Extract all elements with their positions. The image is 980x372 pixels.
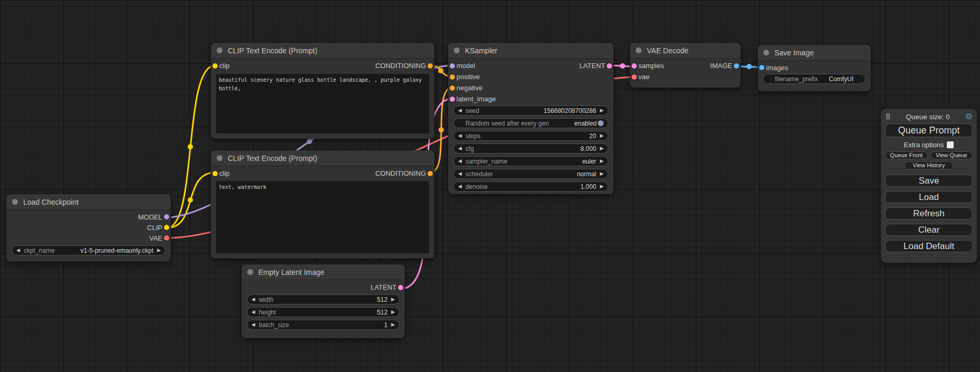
input-slot-positive[interactable] <box>450 74 455 80</box>
node-title: KSampler <box>465 46 497 55</box>
node-header[interactable]: VAE Decode <box>630 43 741 59</box>
view-history-button[interactable]: View History <box>905 161 953 169</box>
input-slot-images[interactable] <box>759 65 764 70</box>
clear-button[interactable]: Clear <box>885 224 973 236</box>
node-header[interactable]: CLIP Text Encode (Prompt) <box>211 150 434 166</box>
filename-prefix-widget[interactable]: filename_prefix ComfyUI <box>763 74 866 84</box>
node-header[interactable]: Save Image <box>758 45 871 61</box>
widget-label: filename_prefix <box>775 75 818 83</box>
node-ksampler[interactable]: KSampler model LATENT positive negative … <box>448 43 614 194</box>
widget-value: ComfyUI <box>829 75 853 83</box>
node-header[interactable]: Empty Latent Image <box>241 264 405 280</box>
input-slot-clip[interactable] <box>212 63 218 69</box>
output-slot-conditioning[interactable] <box>428 63 433 69</box>
output-slot-vae[interactable] <box>164 235 169 241</box>
input-slot-negative[interactable] <box>450 85 455 91</box>
decrement-arrow-icon[interactable]: ◀ <box>458 146 462 151</box>
widget-value: v1-5-pruned-emaonly.ckpt <box>81 247 154 254</box>
toggle-dot-icon[interactable] <box>598 120 604 126</box>
collapse-dot-icon[interactable] <box>454 47 460 53</box>
decrement-arrow-icon[interactable]: ◀ <box>458 184 462 189</box>
steps-widget[interactable]: ◀ steps 20 ▶ <box>453 131 608 141</box>
output-slot-latent[interactable] <box>607 63 612 69</box>
increment-arrow-icon[interactable]: ▶ <box>600 159 604 164</box>
decrement-arrow-icon[interactable]: ◀ <box>16 248 20 253</box>
node-vae-decode[interactable]: VAE Decode samples IMAGE vae <box>630 43 741 88</box>
increment-arrow-icon[interactable]: ▶ <box>391 297 395 302</box>
input-slot-latent-image[interactable] <box>450 97 455 102</box>
output-slot-clip[interactable] <box>164 225 169 230</box>
input-slot-vae[interactable] <box>632 74 637 80</box>
collapse-dot-icon[interactable] <box>763 50 769 55</box>
node-header[interactable]: CLIP Text Encode (Prompt) <box>211 43 434 59</box>
increment-arrow-icon[interactable]: ▶ <box>157 248 161 253</box>
queue-prompt-button[interactable]: Queue Prompt <box>885 123 973 137</box>
input-slot-clip[interactable] <box>212 171 218 176</box>
decrement-arrow-icon[interactable]: ◀ <box>458 171 462 176</box>
decrement-arrow-icon[interactable]: ◀ <box>251 310 255 314</box>
widget-value: 512 <box>377 296 387 303</box>
save-button[interactable]: Save <box>885 175 973 187</box>
increment-arrow-icon[interactable]: ▶ <box>600 184 604 189</box>
random-seed-toggle-widget[interactable]: Random seed after every gen enabled <box>453 118 608 128</box>
collapse-dot-icon[interactable] <box>217 47 222 53</box>
decrement-arrow-icon[interactable]: ◀ <box>251 297 255 302</box>
extra-options-label: Extra options <box>904 141 944 149</box>
input-slot-model[interactable] <box>450 63 455 69</box>
node-graph-canvas[interactable]: Load Checkpoint MODEL CLIP VAE ◀ ckpt_na… <box>0 0 980 372</box>
node-save-image[interactable]: Save Image images filename_prefix ComfyU… <box>758 45 871 91</box>
increment-arrow-icon[interactable]: ▶ <box>600 171 604 176</box>
output-slot-latent[interactable] <box>398 285 403 290</box>
link-dot-conditioning-positive <box>438 68 443 73</box>
node-load-checkpoint[interactable]: Load Checkpoint MODEL CLIP VAE ◀ ckpt_na… <box>6 194 171 262</box>
widget-label: width <box>259 296 274 303</box>
node-header[interactable]: KSampler <box>448 43 614 59</box>
queue-front-button[interactable]: Queue Front <box>885 151 928 159</box>
widget-value: 20 <box>589 132 596 140</box>
output-slot-image[interactable] <box>734 63 739 69</box>
node-title: CLIP Text Encode (Prompt) <box>228 154 317 163</box>
node-clip-text-encode-positive[interactable]: CLIP Text Encode (Prompt) clip CONDITION… <box>211 43 434 139</box>
collapse-dot-icon[interactable] <box>636 47 642 53</box>
decrement-arrow-icon[interactable]: ◀ <box>251 322 255 327</box>
decrement-arrow-icon[interactable]: ◀ <box>458 133 462 138</box>
seed-widget[interactable]: ◀ seed 156680208700286 ▶ <box>453 106 608 116</box>
decrement-arrow-icon[interactable]: ◀ <box>458 108 462 113</box>
collapse-dot-icon[interactable] <box>12 199 18 205</box>
settings-gear-icon[interactable]: ⚙ <box>965 112 973 121</box>
collapse-dot-icon[interactable] <box>217 155 222 161</box>
output-slot-model[interactable] <box>164 214 169 220</box>
height-widget[interactable]: ◀ height 512 ▶ <box>247 307 400 317</box>
increment-arrow-icon[interactable]: ▶ <box>391 310 395 314</box>
ckpt-name-widget[interactable]: ◀ ckpt_name v1-5-pruned-emaonly.ckpt ▶ <box>12 245 166 255</box>
decrement-arrow-icon[interactable]: ◀ <box>458 159 462 164</box>
refresh-button[interactable]: Refresh <box>885 207 973 220</box>
widget-value: 512 <box>377 309 387 316</box>
scheduler-widget[interactable]: ◀ scheduler normal ▶ <box>453 169 608 179</box>
load-default-button[interactable]: Load Default <box>885 240 973 252</box>
cfg-widget[interactable]: ◀ cfg 8.000 ▶ <box>453 144 608 154</box>
node-header[interactable]: Load Checkpoint <box>6 194 171 210</box>
increment-arrow-icon[interactable]: ▶ <box>600 108 604 113</box>
load-button[interactable]: Load <box>885 191 973 203</box>
link-dot-latent <box>620 63 625 69</box>
node-clip-text-encode-negative[interactable]: CLIP Text Encode (Prompt) clip CONDITION… <box>211 150 434 259</box>
sampler-name-widget[interactable]: ◀ sampler_name euler ▶ <box>453 156 608 166</box>
prompt-textarea[interactable]: beautiful scenery nature glass bottle la… <box>216 74 429 133</box>
increment-arrow-icon[interactable]: ▶ <box>391 322 395 327</box>
node-empty-latent-image[interactable]: Empty Latent Image LATENT ◀ width 512 ▶ … <box>241 264 405 338</box>
widget-label: batch_size <box>259 321 289 329</box>
prompt-textarea[interactable]: text, watermark <box>216 181 429 253</box>
view-queue-button[interactable]: View Queue <box>930 151 973 159</box>
widget-value: 156680208700286 <box>544 107 596 115</box>
width-widget[interactable]: ◀ width 512 ▶ <box>247 294 400 304</box>
extra-options-checkbox[interactable] <box>947 141 954 148</box>
output-slot-conditioning[interactable] <box>428 171 433 176</box>
increment-arrow-icon[interactable]: ▶ <box>600 146 604 151</box>
drag-handle-icon[interactable] <box>886 113 890 120</box>
batch-size-widget[interactable]: ◀ batch_size 1 ▶ <box>247 320 400 330</box>
increment-arrow-icon[interactable]: ▶ <box>600 133 604 138</box>
collapse-dot-icon[interactable] <box>247 269 253 275</box>
denoise-widget[interactable]: ◀ denoise 1.000 ▶ <box>453 182 608 192</box>
input-slot-samples[interactable] <box>632 63 637 69</box>
